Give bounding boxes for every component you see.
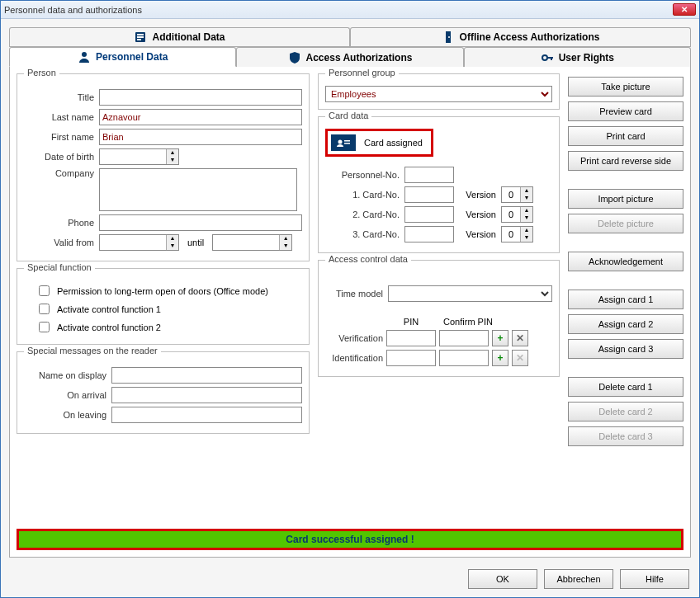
shield-icon — [288, 51, 301, 64]
acknowledgement-button[interactable]: Acknowledgement — [568, 252, 683, 271]
card-status-text: Card assigned — [364, 138, 423, 148]
chevron-down-icon[interactable]: ▼ — [167, 157, 178, 164]
svg-rect-1 — [137, 34, 144, 35]
tab-content: Person Title Last name First name — [9, 67, 691, 558]
card-status-highlight: Card assigned — [325, 129, 433, 157]
checkbox-control-2[interactable]: Activate control function 2 — [35, 319, 302, 335]
svg-rect-3 — [137, 39, 141, 40]
key-icon — [541, 51, 554, 64]
delete-card-3-button[interactable]: Delete card 3 — [568, 426, 683, 446]
card3-version-field[interactable]: ▲▼ — [501, 226, 533, 242]
group-person: Person Title Last name First name — [17, 73, 310, 261]
svg-point-5 — [448, 36, 450, 38]
personnel-no-field[interactable] — [404, 167, 454, 183]
dialog-window: Personnel data and authorizations ✕ Addi… — [0, 0, 700, 598]
tab-row-lower: Personnel Data Access Authorizations Use… — [9, 47, 691, 67]
group-special-function: Special function Permission to long-term… — [17, 268, 310, 345]
tab-access-authorizations[interactable]: Access Authorizations — [236, 47, 463, 67]
verification-clear-button[interactable]: ✕ — [512, 330, 528, 346]
svg-point-6 — [82, 52, 87, 57]
print-card-button[interactable]: Print card — [568, 126, 683, 146]
group-access-control: Access control data Time model PIN — [318, 260, 560, 377]
svg-rect-9 — [551, 57, 552, 60]
card2-no-field[interactable] — [404, 206, 454, 223]
svg-rect-12 — [344, 140, 350, 142]
phone-field[interactable] — [99, 214, 302, 231]
dob-field[interactable]: ▲▼ — [99, 148, 179, 165]
cancel-button[interactable]: Abbrechen — [544, 569, 613, 589]
lastname-field[interactable] — [99, 109, 302, 125]
preview-card-button[interactable]: Preview card — [568, 101, 683, 121]
verification-pin-field[interactable] — [386, 330, 436, 346]
card3-no-field[interactable] — [404, 226, 454, 242]
window-title: Personnel data and authorizations — [4, 5, 142, 15]
help-button[interactable]: Hilfe — [620, 569, 689, 589]
validfrom-field[interactable]: ▲▼ — [99, 234, 179, 251]
plus-icon: + — [497, 352, 503, 364]
validuntil-field[interactable]: ▲▼ — [212, 234, 292, 251]
title-field[interactable] — [99, 89, 302, 106]
delete-picture-button[interactable]: Delete picture — [568, 214, 683, 233]
card1-version-field[interactable]: ▲▼ — [501, 186, 533, 203]
ok-button[interactable]: OK — [468, 569, 537, 589]
company-field[interactable] — [99, 168, 297, 211]
tab-user-rights[interactable]: User Rights — [464, 47, 691, 67]
identification-add-button[interactable]: + — [492, 350, 508, 366]
close-icon: ✕ — [681, 5, 688, 14]
door-icon — [442, 31, 455, 44]
identification-confirm-field[interactable] — [439, 350, 489, 366]
checkbox-control-1[interactable]: Activate control function 1 — [35, 301, 302, 317]
checkbox-office-mode[interactable]: Permission to long-term open of doors (O… — [35, 283, 302, 299]
chevron-up-icon[interactable]: ▲ — [167, 149, 178, 157]
on-leaving-field[interactable] — [111, 407, 302, 423]
tab-offline-access[interactable]: Offline Access Authorizations — [350, 27, 691, 46]
on-arrival-field[interactable] — [111, 387, 302, 403]
tab-personnel-data[interactable]: Personnel Data — [9, 47, 236, 67]
card1-no-field[interactable] — [404, 186, 454, 203]
titlebar: Personnel data and authorizations ✕ — [1, 1, 699, 19]
group-card-data: Card data Card assigned Personnel-No. — [318, 116, 560, 253]
time-model-select[interactable] — [388, 285, 552, 302]
x-icon: ✕ — [516, 352, 524, 364]
tab-row-upper: Additional Data Offline Access Authoriza… — [9, 27, 691, 47]
card2-version-field[interactable]: ▲▼ — [501, 206, 533, 223]
assign-card-3-button[interactable]: Assign card 3 — [568, 339, 683, 359]
delete-card-2-button[interactable]: Delete card 2 — [568, 402, 683, 421]
delete-card-1-button[interactable]: Delete card 1 — [568, 377, 683, 397]
close-button[interactable]: ✕ — [673, 3, 696, 16]
status-text: Card successful assigned ! — [286, 534, 414, 545]
verification-confirm-field[interactable] — [439, 330, 489, 346]
display-name-field[interactable] — [111, 367, 302, 384]
dialog-button-row: OK Abbrechen Hilfe — [1, 563, 699, 597]
group-personnel-group: Personnel group Employees — [318, 73, 560, 110]
firstname-field[interactable] — [99, 129, 302, 145]
identification-pin-field[interactable] — [386, 350, 436, 366]
plus-icon: + — [497, 332, 503, 344]
verification-add-button[interactable]: + — [492, 330, 508, 346]
assign-card-1-button[interactable]: Assign card 1 — [568, 290, 683, 309]
svg-rect-13 — [344, 143, 350, 144]
svg-point-11 — [338, 140, 343, 144]
status-bar: Card successful assigned ! — [17, 529, 683, 550]
tab-additional-data[interactable]: Additional Data — [9, 27, 350, 46]
svg-rect-2 — [137, 36, 144, 38]
person-icon — [78, 50, 91, 64]
data-icon — [134, 31, 147, 44]
import-picture-button[interactable]: Import picture — [568, 189, 683, 209]
personnel-group-select[interactable]: Employees — [325, 86, 552, 102]
group-reader-messages: Special messages on the reader Name on d… — [17, 351, 310, 434]
take-picture-button[interactable]: Take picture — [568, 77, 683, 97]
assign-card-2-button[interactable]: Assign card 2 — [568, 314, 683, 334]
print-reverse-button[interactable]: Print card reverse side — [568, 151, 683, 171]
x-icon: ✕ — [516, 332, 524, 344]
id-card-icon — [331, 134, 356, 151]
identification-clear-button[interactable]: ✕ — [512, 350, 528, 366]
